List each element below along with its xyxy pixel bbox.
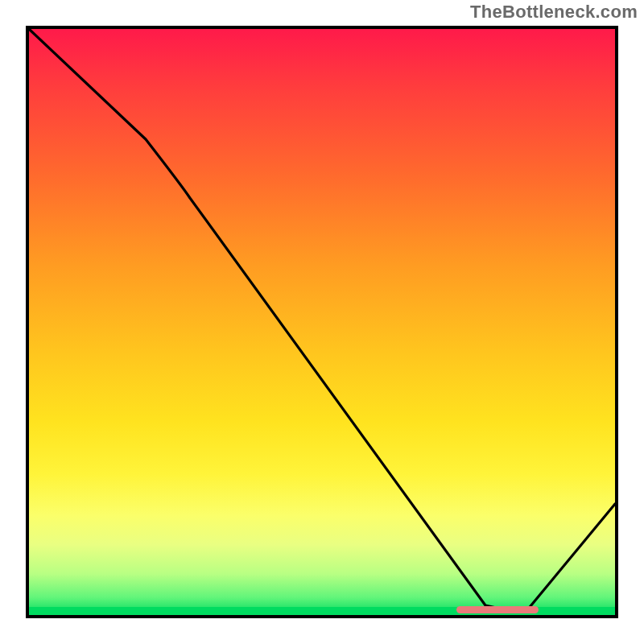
highlight-bar [456, 606, 539, 613]
watermark-text: TheBottleneck.com [470, 2, 638, 23]
plot-area [26, 26, 618, 618]
chart-frame: TheBottleneck.com [0, 0, 644, 644]
curve-path [29, 29, 615, 611]
curve-layer [29, 29, 615, 615]
